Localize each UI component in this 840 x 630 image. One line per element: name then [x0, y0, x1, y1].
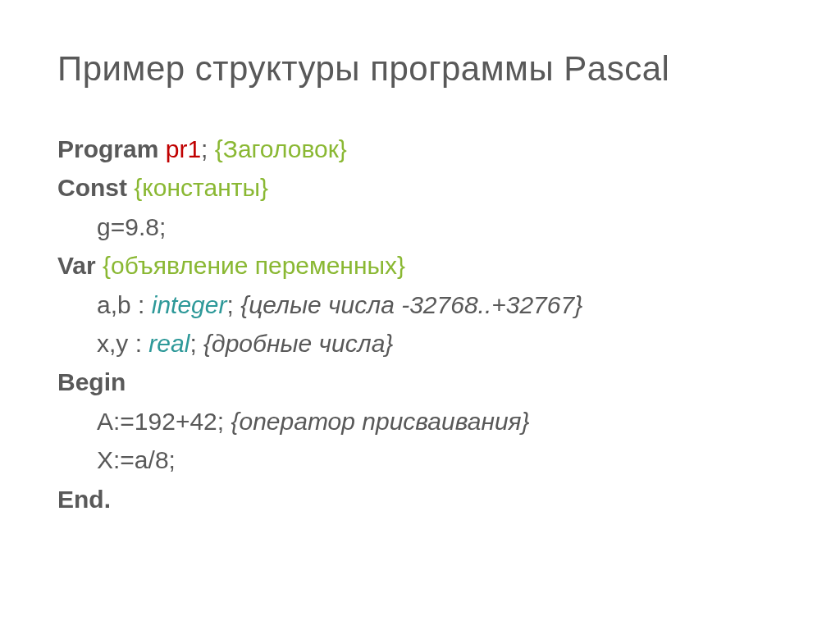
assignment-a: A:=192+42;: [97, 408, 231, 435]
comment-integer: {целые числа -32768..+32767}: [240, 291, 582, 318]
code-line-3: g=9.8;: [57, 208, 783, 246]
var-ab: a,b :: [97, 291, 152, 318]
assignment-x: X:=a/8;: [97, 446, 176, 473]
type-real: real: [148, 330, 189, 357]
code-line-7: Begin: [57, 363, 783, 401]
var-xy: x,y :: [97, 330, 148, 357]
code-line-9: X:=a/8;: [57, 441, 783, 479]
keyword-begin: Begin: [57, 368, 126, 395]
code-block: Program pr1; {Заголовок} Const {констант…: [57, 130, 783, 518]
slide-title: Пример структуры программы Pascal: [57, 49, 783, 89]
semicolon: ;: [189, 330, 203, 357]
code-line-2: Const {константы}: [57, 168, 783, 207]
program-name: pr1: [166, 135, 201, 162]
const-assignment: g=9.8;: [97, 213, 166, 240]
semicolon: ;: [226, 291, 240, 318]
code-line-5: a,b : integer; {целые числа -32768..+327…: [57, 285, 783, 324]
comment-header: {Заголовок}: [215, 135, 347, 162]
slide: Пример структуры программы Pascal Progra…: [0, 0, 840, 630]
comment-const: {константы}: [134, 174, 268, 201]
code-line-6: x,y : real; {дробные числа}: [57, 324, 783, 363]
code-line-4: Var {объявление переменных}: [57, 246, 783, 285]
comment-assign: {оператор присваивания}: [231, 408, 529, 435]
keyword-var: Var: [57, 252, 103, 279]
code-line-8: A:=192+42; {оператор присваивания}: [57, 402, 783, 441]
semicolon: ;: [201, 135, 215, 162]
keyword-end: End.: [57, 486, 111, 513]
keyword-program: Program: [57, 135, 166, 162]
keyword-const: Const: [57, 174, 134, 201]
comment-var: {объявление переменных}: [103, 252, 405, 279]
comment-real: {дробные числа}: [203, 330, 393, 357]
code-line-10: End.: [57, 480, 783, 518]
code-line-1: Program pr1; {Заголовок}: [57, 130, 783, 168]
type-integer: integer: [152, 291, 227, 318]
